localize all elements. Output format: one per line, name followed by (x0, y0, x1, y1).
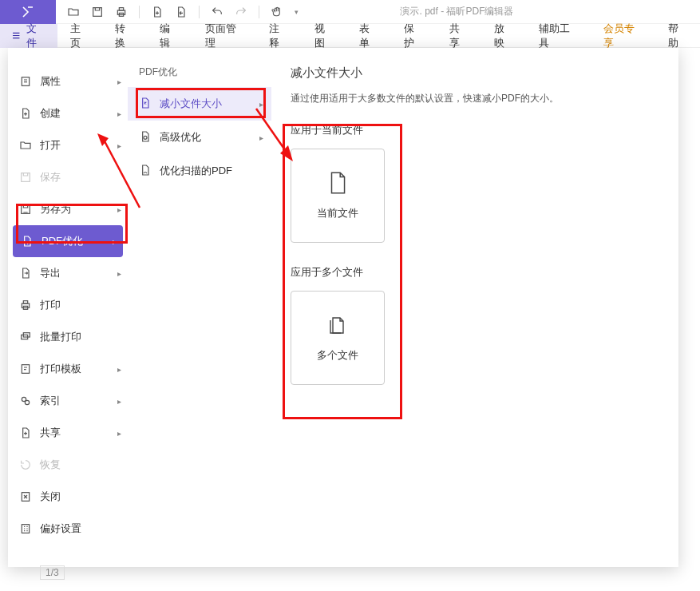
backstage-menu: 属性▸ 创建▸ 打开▸ 保存 另存为▸ PDF优化▸ 导出▸ 打印 批量打印 打… (8, 48, 128, 567)
section-multi: 应用于多个文件 (291, 265, 659, 280)
tab-share[interactable]: 共享 (437, 24, 481, 48)
submenu-heading: PDF优化 (128, 65, 271, 87)
tab-pages[interactable]: 页面管理 (192, 24, 257, 48)
chevron-right-icon: ▸ (117, 77, 121, 86)
page-indicator[interactable]: 1/3 (40, 565, 65, 580)
menu-create[interactable]: 创建▸ (8, 97, 128, 129)
sub-reduce-size[interactable]: 减小文件大小▸ (128, 87, 271, 121)
chevron-right-icon: ▸ (259, 133, 263, 142)
undo-icon[interactable] (211, 6, 223, 18)
tab-vip[interactable]: 会员专享 (591, 24, 655, 48)
tab-help[interactable]: 帮助 (655, 24, 700, 48)
scanned-icon (139, 164, 152, 179)
detail-desc: 通过使用适用于大多数文件的默认设置，快速减小PDF的大小。 (291, 92, 659, 105)
sub-advanced[interactable]: 高级优化▸ (128, 121, 271, 154)
backstage-panel: 属性▸ 创建▸ 打开▸ 保存 另存为▸ PDF优化▸ 导出▸ 打印 批量打印 打… (8, 48, 678, 567)
document-title: 演示. pdf - 福昕PDF编辑器 (310, 5, 700, 18)
file-icon (326, 171, 349, 195)
open-icon[interactable] (67, 6, 80, 18)
svg-rect-0 (93, 7, 102, 16)
menu-index[interactable]: 索引▸ (8, 385, 128, 417)
chevron-right-icon: ▸ (259, 100, 263, 109)
status-bar: 1/3 (40, 565, 65, 580)
new-icon (19, 107, 32, 120)
backstage-detail: 减小文件大小 通过使用适用于大多数文件的默认设置，快速减小PDF的大小。 应用于… (271, 48, 678, 567)
svg-rect-16 (22, 525, 29, 533)
export-icon (19, 267, 32, 280)
restore-icon (19, 458, 32, 471)
save-icon[interactable] (91, 6, 104, 18)
settings-icon (19, 522, 32, 535)
tab-edit[interactable]: 编辑 (147, 24, 192, 48)
chevron-right-icon: ▸ (117, 397, 121, 406)
chevron-right-icon: ▸ (117, 269, 121, 278)
tab-form[interactable]: 表单 (346, 24, 391, 48)
optimize-icon (21, 235, 34, 248)
dropdown-icon[interactable]: ▾ (295, 8, 299, 16)
file-add-icon[interactable] (151, 6, 164, 18)
share-icon (19, 426, 32, 439)
batchprint-icon (19, 331, 32, 343)
menu-printtpl[interactable]: 打印模板▸ (8, 353, 128, 385)
print-icon[interactable] (115, 6, 128, 18)
menu-properties[interactable]: 属性▸ (8, 65, 128, 97)
save-icon (19, 171, 32, 184)
tab-home[interactable]: 主页 (57, 24, 102, 48)
ribbon-tabs: 主页 转换 编辑 页面管理 注释 视图 表单 保护 共享 放映 辅助工具 会员专… (57, 24, 700, 48)
advanced-icon (139, 130, 152, 145)
saveas-icon (19, 203, 32, 216)
card-current-file[interactable]: 当前文件 (291, 149, 385, 243)
titlebar: ▾ 演示. pdf - 福昕PDF编辑器 (0, 0, 700, 24)
close-icon (19, 490, 32, 503)
svg-rect-12 (22, 365, 29, 374)
chevron-right-icon: ▸ (117, 365, 121, 374)
files-icon (326, 313, 349, 337)
tab-protect[interactable]: 保护 (391, 24, 436, 48)
tab-view[interactable]: 视图 (302, 24, 346, 48)
section-current: 应用于当前文件 (291, 123, 659, 137)
menu-restore: 恢复 (8, 449, 128, 481)
tab-file-label: 文件 (26, 22, 46, 50)
file-out-icon[interactable] (175, 6, 188, 18)
menu-close[interactable]: 关闭 (8, 481, 128, 513)
card-current-label: 当前文件 (317, 206, 358, 220)
ribbon: 文件 主页 转换 编辑 页面管理 注释 视图 表单 保护 共享 放映 辅助工具 … (0, 24, 700, 48)
chevron-right-icon: ▸ (117, 429, 121, 438)
quick-access-toolbar: ▾ (56, 6, 310, 18)
svg-point-14 (25, 400, 29, 404)
menu-save: 保存 (8, 161, 128, 193)
svg-point-17 (144, 136, 147, 139)
card-multi-file[interactable]: 多个文件 (291, 291, 385, 385)
redo-icon[interactable] (235, 6, 247, 18)
menu-optimize[interactable]: PDF优化▸ (13, 225, 123, 257)
card-multi-label: 多个文件 (317, 348, 358, 363)
hand-icon[interactable] (271, 6, 283, 18)
menu-batchprint[interactable]: 批量打印 (8, 321, 128, 353)
info-icon (19, 75, 32, 88)
tab-annotate[interactable]: 注释 (256, 24, 301, 48)
svg-rect-5 (22, 173, 30, 182)
menu-pref[interactable]: 偏好设置 (8, 513, 128, 545)
tab-file[interactable]: 文件 (0, 24, 57, 48)
sub-scanned[interactable]: 优化扫描的PDF (128, 154, 271, 188)
menu-open[interactable]: 打开▸ (8, 129, 128, 161)
chevron-right-icon: ▸ (117, 109, 121, 118)
svg-rect-4 (22, 77, 29, 86)
index-icon (19, 395, 32, 407)
printtpl-icon (19, 363, 32, 375)
menu-print[interactable]: 打印 (8, 289, 128, 321)
menu-share[interactable]: 共享▸ (8, 417, 128, 449)
reduce-size-icon (139, 97, 152, 112)
tab-accessibility[interactable]: 辅助工具 (526, 24, 591, 48)
chevron-right-icon: ▸ (117, 141, 121, 150)
svg-rect-2 (119, 7, 123, 10)
chevron-right-icon: ▸ (117, 205, 121, 214)
open-icon (19, 139, 32, 152)
backstage-submenu: PDF优化 减小文件大小▸ 高级优化▸ 优化扫描的PDF (128, 48, 271, 567)
menu-saveas[interactable]: 另存为▸ (8, 193, 128, 225)
app-logo[interactable] (0, 0, 56, 24)
print-icon (19, 299, 32, 311)
tab-convert[interactable]: 转换 (102, 24, 147, 48)
menu-export[interactable]: 导出▸ (8, 257, 128, 289)
tab-present[interactable]: 放映 (481, 24, 526, 48)
